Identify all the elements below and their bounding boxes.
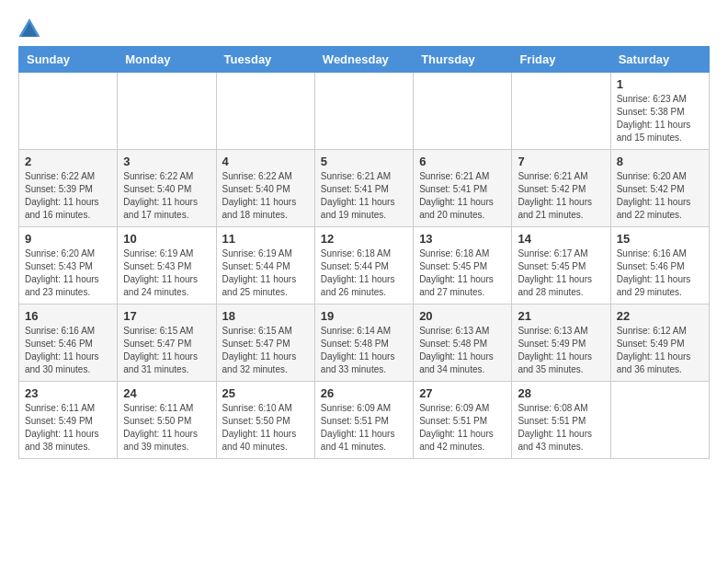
calendar-cell: 19Sunrise: 6:14 AM Sunset: 5:48 PM Dayli… xyxy=(314,304,413,382)
day-info: Sunrise: 6:17 AM Sunset: 5:45 PM Dayligh… xyxy=(518,247,604,299)
day-info: Sunrise: 6:20 AM Sunset: 5:43 PM Dayligh… xyxy=(25,247,111,299)
calendar-cell: 14Sunrise: 6:17 AM Sunset: 5:45 PM Dayli… xyxy=(512,227,610,304)
calendar-cell: 4Sunrise: 6:22 AM Sunset: 5:40 PM Daylig… xyxy=(216,150,314,227)
calendar-cell: 22Sunrise: 6:12 AM Sunset: 5:49 PM Dayli… xyxy=(610,304,709,382)
day-info: Sunrise: 6:11 AM Sunset: 5:50 PM Dayligh… xyxy=(123,402,210,454)
logo-icon xyxy=(18,18,40,37)
day-number: 8 xyxy=(617,155,703,168)
day-info: Sunrise: 6:19 AM Sunset: 5:43 PM Dayligh… xyxy=(123,247,210,299)
calendar-cell xyxy=(610,382,709,459)
day-number: 22 xyxy=(617,309,703,323)
logo xyxy=(18,18,42,37)
day-number: 14 xyxy=(518,232,604,246)
day-info: Sunrise: 6:23 AM Sunset: 5:38 PM Dayligh… xyxy=(617,93,703,144)
day-info: Sunrise: 6:14 AM Sunset: 5:48 PM Dayligh… xyxy=(321,325,407,376)
day-info: Sunrise: 6:22 AM Sunset: 5:40 PM Dayligh… xyxy=(222,170,309,222)
day-info: Sunrise: 6:21 AM Sunset: 5:42 PM Dayligh… xyxy=(518,170,604,222)
day-number: 25 xyxy=(222,386,309,400)
day-info: Sunrise: 6:09 AM Sunset: 5:51 PM Dayligh… xyxy=(321,402,407,454)
page-header xyxy=(18,18,710,37)
day-number: 13 xyxy=(419,232,506,246)
day-info: Sunrise: 6:10 AM Sunset: 5:50 PM Dayligh… xyxy=(222,402,309,454)
day-number: 20 xyxy=(419,309,506,323)
day-number: 3 xyxy=(123,155,210,168)
day-info: Sunrise: 6:21 AM Sunset: 5:41 PM Dayligh… xyxy=(419,170,506,222)
calendar-cell: 23Sunrise: 6:11 AM Sunset: 5:49 PM Dayli… xyxy=(19,382,118,459)
calendar-cell: 6Sunrise: 6:21 AM Sunset: 5:41 PM Daylig… xyxy=(414,150,512,227)
day-number: 4 xyxy=(222,155,309,168)
day-number: 5 xyxy=(321,155,407,168)
calendar-cell xyxy=(314,73,413,150)
calendar-cell: 10Sunrise: 6:19 AM Sunset: 5:43 PM Dayli… xyxy=(118,227,216,304)
day-info: Sunrise: 6:11 AM Sunset: 5:49 PM Dayligh… xyxy=(25,402,111,454)
day-header-thursday: Thursday xyxy=(414,47,512,73)
day-number: 24 xyxy=(123,386,210,400)
day-number: 23 xyxy=(25,386,111,400)
calendar-cell: 17Sunrise: 6:15 AM Sunset: 5:47 PM Dayli… xyxy=(118,304,216,382)
day-info: Sunrise: 6:13 AM Sunset: 5:49 PM Dayligh… xyxy=(518,325,604,376)
calendar-cell: 27Sunrise: 6:09 AM Sunset: 5:51 PM Dayli… xyxy=(414,382,512,459)
day-number: 2 xyxy=(25,155,111,168)
day-info: Sunrise: 6:21 AM Sunset: 5:41 PM Dayligh… xyxy=(321,170,407,222)
calendar-cell: 12Sunrise: 6:18 AM Sunset: 5:44 PM Dayli… xyxy=(314,227,413,304)
day-info: Sunrise: 6:16 AM Sunset: 5:46 PM Dayligh… xyxy=(617,247,703,299)
day-info: Sunrise: 6:13 AM Sunset: 5:48 PM Dayligh… xyxy=(419,325,506,376)
calendar-cell: 5Sunrise: 6:21 AM Sunset: 5:41 PM Daylig… xyxy=(314,150,413,227)
day-number: 9 xyxy=(25,232,111,246)
day-info: Sunrise: 6:15 AM Sunset: 5:47 PM Dayligh… xyxy=(222,325,309,376)
day-header-saturday: Saturday xyxy=(610,47,709,73)
day-header-friday: Friday xyxy=(512,47,610,73)
day-header-wednesday: Wednesday xyxy=(314,47,413,73)
calendar-table: SundayMondayTuesdayWednesdayThursdayFrid… xyxy=(18,46,710,459)
day-info: Sunrise: 6:12 AM Sunset: 5:49 PM Dayligh… xyxy=(617,325,703,376)
day-number: 6 xyxy=(419,155,506,168)
day-number: 16 xyxy=(25,309,111,323)
day-info: Sunrise: 6:09 AM Sunset: 5:51 PM Dayligh… xyxy=(419,402,506,454)
day-info: Sunrise: 6:22 AM Sunset: 5:40 PM Dayligh… xyxy=(123,170,210,222)
calendar-week-5: 23Sunrise: 6:11 AM Sunset: 5:49 PM Dayli… xyxy=(19,382,710,459)
calendar-cell: 26Sunrise: 6:09 AM Sunset: 5:51 PM Dayli… xyxy=(314,382,413,459)
day-number: 15 xyxy=(617,232,703,246)
calendar-cell: 24Sunrise: 6:11 AM Sunset: 5:50 PM Dayli… xyxy=(118,382,216,459)
day-info: Sunrise: 6:18 AM Sunset: 5:45 PM Dayligh… xyxy=(419,247,506,299)
calendar-cell: 16Sunrise: 6:16 AM Sunset: 5:46 PM Dayli… xyxy=(19,304,118,382)
calendar-cell: 20Sunrise: 6:13 AM Sunset: 5:48 PM Dayli… xyxy=(414,304,512,382)
day-info: Sunrise: 6:22 AM Sunset: 5:39 PM Dayligh… xyxy=(25,170,111,222)
calendar-cell: 2Sunrise: 6:22 AM Sunset: 5:39 PM Daylig… xyxy=(19,150,118,227)
calendar-header-row: SundayMondayTuesdayWednesdayThursdayFrid… xyxy=(19,47,710,73)
calendar-cell: 15Sunrise: 6:16 AM Sunset: 5:46 PM Dayli… xyxy=(610,227,709,304)
day-info: Sunrise: 6:15 AM Sunset: 5:47 PM Dayligh… xyxy=(123,325,210,376)
day-header-sunday: Sunday xyxy=(19,47,118,73)
day-info: Sunrise: 6:16 AM Sunset: 5:46 PM Dayligh… xyxy=(25,325,111,376)
calendar-cell: 13Sunrise: 6:18 AM Sunset: 5:45 PM Dayli… xyxy=(414,227,512,304)
day-number: 11 xyxy=(222,232,309,246)
day-number: 7 xyxy=(518,155,604,168)
day-number: 28 xyxy=(518,386,604,400)
day-header-tuesday: Tuesday xyxy=(216,47,314,73)
day-info: Sunrise: 6:18 AM Sunset: 5:44 PM Dayligh… xyxy=(321,247,407,299)
day-number: 12 xyxy=(321,232,407,246)
calendar-cell: 11Sunrise: 6:19 AM Sunset: 5:44 PM Dayli… xyxy=(216,227,314,304)
day-number: 27 xyxy=(419,386,506,400)
calendar-cell: 25Sunrise: 6:10 AM Sunset: 5:50 PM Dayli… xyxy=(216,382,314,459)
day-info: Sunrise: 6:08 AM Sunset: 5:51 PM Dayligh… xyxy=(518,402,604,454)
calendar-cell xyxy=(414,73,512,150)
calendar-cell xyxy=(216,73,314,150)
calendar-cell: 8Sunrise: 6:20 AM Sunset: 5:42 PM Daylig… xyxy=(610,150,709,227)
calendar-cell xyxy=(118,73,216,150)
day-number: 18 xyxy=(222,309,309,323)
calendar-cell: 28Sunrise: 6:08 AM Sunset: 5:51 PM Dayli… xyxy=(512,382,610,459)
day-header-monday: Monday xyxy=(118,47,216,73)
day-number: 26 xyxy=(321,386,407,400)
calendar-cell: 18Sunrise: 6:15 AM Sunset: 5:47 PM Dayli… xyxy=(216,304,314,382)
calendar-cell: 21Sunrise: 6:13 AM Sunset: 5:49 PM Dayli… xyxy=(512,304,610,382)
day-number: 10 xyxy=(123,232,210,246)
calendar-cell: 3Sunrise: 6:22 AM Sunset: 5:40 PM Daylig… xyxy=(118,150,216,227)
calendar-cell: 7Sunrise: 6:21 AM Sunset: 5:42 PM Daylig… xyxy=(512,150,610,227)
calendar-cell: 9Sunrise: 6:20 AM Sunset: 5:43 PM Daylig… xyxy=(19,227,118,304)
calendar-cell: 1Sunrise: 6:23 AM Sunset: 5:38 PM Daylig… xyxy=(610,73,709,150)
calendar-cell xyxy=(19,73,118,150)
day-number: 21 xyxy=(518,309,604,323)
day-number: 1 xyxy=(617,77,703,91)
calendar-cell xyxy=(512,73,610,150)
